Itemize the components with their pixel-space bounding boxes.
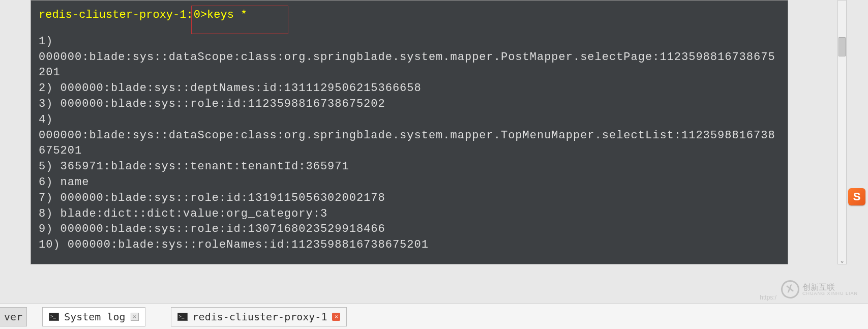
scrollbar-thumb[interactable] — [839, 37, 846, 56]
close-icon[interactable]: ✕ — [332, 313, 340, 321]
close-icon[interactable]: ✕ — [131, 313, 139, 321]
terminal-output-line: 4) — [39, 112, 780, 128]
terminal-prompt: redis-cliuster-proxy-1: — [39, 9, 193, 21]
scrollbar-track[interactable]: ⌄ — [837, 0, 847, 264]
terminal-command: 0>keys * — [194, 9, 248, 21]
tab-label: System log — [64, 311, 125, 323]
terminal-output-line: 1) — [39, 34, 780, 50]
brand-subtext: CHUANG XINHU LIAN — [802, 291, 858, 296]
tab-redis-proxy[interactable]: redis-cliuster-proxy-1 ✕ — [171, 307, 347, 326]
scroll-down-icon[interactable]: ⌄ — [839, 257, 845, 263]
tabs-bar: ver System log ✕ redis-cliuster-proxy-1 … — [0, 304, 868, 329]
terminal-output-line: 000000:blade:sys::dataScope:class:org.sp… — [39, 50, 780, 81]
tab-label: redis-cliuster-proxy-1 — [193, 311, 327, 323]
terminal-output-line: 7) 000000:blade:sys::role:id:13191150563… — [39, 191, 780, 206]
terminal-output-line: 5) 365971:blade:sys::tenant:tenantId:365… — [39, 159, 780, 175]
terminal-icon — [177, 313, 188, 321]
terminal-output-line: 3) 000000:blade:sys::role:id:11235988167… — [39, 97, 780, 112]
terminal-output-line: 8) blade:dict::dict:value:org_category:3 — [39, 206, 780, 222]
tab-partial[interactable]: ver — [0, 307, 27, 326]
tab-label: ver — [4, 311, 22, 323]
terminal-icon — [49, 313, 59, 321]
brand-watermark: 创新互联 CHUANG XINHU LIAN — [781, 280, 858, 298]
terminal-output-line: 000000:blade:sys::dataScope:class:org.sp… — [39, 128, 780, 160]
sogou-ime-icon[interactable]: S — [848, 188, 865, 205]
terminal-output-line: 2) 000000:blade:sys::deptNames:id:131112… — [39, 81, 780, 97]
terminal-output-line: 10) 000000:blade:sys::roleNames:id:11235… — [39, 237, 780, 253]
command-highlight-box: 0>keys * — [191, 6, 289, 34]
tab-system-log[interactable]: System log ✕ — [42, 307, 145, 326]
terminal-window[interactable]: redis-cliuster-proxy-1:0>keys * 1) 00000… — [31, 0, 788, 264]
terminal-output-line: 9) 000000:blade:sys::role:id:13071680235… — [39, 222, 780, 237]
brand-logo-icon — [779, 278, 801, 301]
terminal-prompt-line: redis-cliuster-proxy-1:0>keys * — [39, 6, 780, 34]
terminal-output-line: 6) name — [39, 175, 780, 191]
brand-text: 创新互联 — [802, 283, 858, 291]
url-watermark: https:/ — [760, 294, 776, 301]
